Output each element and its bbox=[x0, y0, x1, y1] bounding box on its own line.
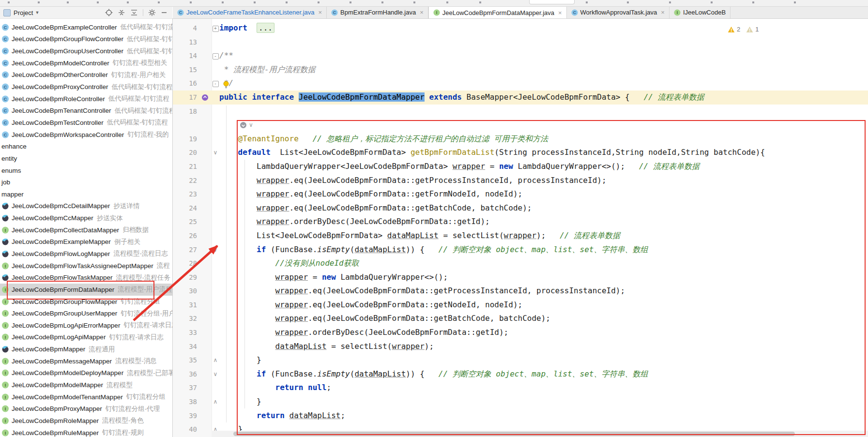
code-text[interactable]: /** bbox=[219, 49, 868, 63]
fold-marker[interactable] bbox=[212, 298, 219, 312]
tree-item[interactable]: IJeeLowCodeBpmFlowTaskAssigneeDeptMapper… bbox=[0, 260, 172, 272]
code-line[interactable]: 29 wrapper = new LambdaQueryWrapper<>(); bbox=[173, 271, 868, 285]
code-text[interactable] bbox=[219, 105, 868, 119]
tab-close-icon[interactable]: × bbox=[319, 9, 322, 16]
code-text[interactable]: } bbox=[219, 395, 868, 409]
tree-item[interactable]: JeeLowCodeBpmFlowLogMapper流程模型-流程日志 bbox=[0, 248, 172, 260]
tree-item[interactable]: entity bbox=[0, 152, 172, 165]
settings-gear-icon[interactable] bbox=[148, 9, 156, 16]
tree-item[interactable]: IJeeLowCodeBpmGroupFlowMapper钉钉流程分组 bbox=[0, 296, 172, 308]
weak-warnings-indicator[interactable]: 1 bbox=[746, 26, 759, 33]
tree-item[interactable]: mapper bbox=[0, 188, 172, 200]
code-text[interactable]: wrapper = new LambdaQueryWrapper<>(); bbox=[219, 271, 868, 285]
expand-all-icon[interactable] bbox=[118, 9, 125, 16]
tree-item[interactable]: IJeeLowCodeBpmMessageMapper流程模型-消息 bbox=[0, 355, 172, 367]
code-text[interactable]: } bbox=[219, 353, 868, 367]
code-line[interactable]: 23 wrapper.eq(JeeLowCodeBpmFormData::get… bbox=[173, 187, 868, 201]
code-text[interactable]: ∨ bbox=[219, 118, 868, 132]
fold-marker[interactable] bbox=[212, 340, 219, 354]
fold-marker[interactable] bbox=[212, 381, 219, 395]
fold-marker[interactable] bbox=[212, 326, 219, 340]
editor-tab[interactable]: CBpmExtraFormHandle.java× bbox=[327, 6, 428, 18]
code-line[interactable]: 28 //没有则从nodeId获取 bbox=[173, 256, 868, 271]
tree-item[interactable]: IJeeLowCodeBpmModelMapper流程模型 bbox=[0, 379, 172, 391]
collapse-all-icon[interactable] bbox=[130, 9, 138, 16]
tree-item-selected[interactable]: IJeeLowCodeBpmFormDataMapper流程模型-用户流程数据 bbox=[0, 284, 172, 296]
fold-marker[interactable]: ∧ bbox=[212, 353, 219, 367]
fold-marker[interactable] bbox=[212, 229, 219, 243]
tree-item[interactable]: CJeeLowCodeBpmExampleController低代码框架-钉钉流… bbox=[0, 21, 172, 33]
tree-item[interactable]: CJeeLowCodeBpmOtherController钉钉流程-用户相关 bbox=[0, 69, 172, 81]
tree-item[interactable]: CJeeLowCodeBpmGroupFlowController低代码框架-钉… bbox=[0, 33, 172, 45]
tree-item[interactable]: CJeeLowCodeBpmTestController低代码框架-钉钉流程 bbox=[0, 117, 172, 129]
fold-marker[interactable]: ∨ bbox=[212, 367, 219, 381]
code-text[interactable]: wrapper.eq(JeeLowCodeBpmFormData::getFor… bbox=[219, 187, 868, 201]
fold-marker[interactable] bbox=[212, 409, 219, 423]
code-line[interactable]: 22 wrapper.eq(JeeLowCodeBpmFormData::get… bbox=[173, 174, 868, 188]
code-line[interactable]: 18 bbox=[173, 105, 868, 119]
fold-marker[interactable]: ∨ bbox=[212, 243, 219, 257]
tree-item[interactable]: enhance bbox=[0, 140, 172, 152]
code-line[interactable]: 31 wrapper.eq(JeeLowCodeBpmFormData::get… bbox=[173, 298, 868, 312]
fold-marker[interactable] bbox=[212, 271, 219, 285]
code-text[interactable]: */ bbox=[219, 76, 868, 90]
mybatis-nav-icon[interactable] bbox=[201, 94, 209, 101]
code-line[interactable]: 37 return null; bbox=[173, 381, 868, 395]
fold-marker[interactable]: + bbox=[212, 21, 219, 35]
tree-item[interactable]: IJeeLowCodeBpmProxyMapper钉钉流程分组-代理 bbox=[0, 403, 172, 415]
code-text[interactable]: wrapper.eq(JeeLowCodeBpmFormData::getBat… bbox=[219, 312, 868, 326]
warnings-indicator[interactable]: 2 bbox=[728, 26, 740, 33]
code-text[interactable]: wrapper.eq(JeeLowCodeBpmFormData::getBat… bbox=[219, 201, 868, 215]
locate-file-icon[interactable] bbox=[105, 9, 113, 16]
tree-item[interactable]: CJeeLowCodeBpmRoleController低代码框架-钉钉流程 bbox=[0, 93, 172, 105]
editor-tab[interactable]: CJeeLowCodeFrameTaskEnhanceListener.java… bbox=[173, 6, 327, 18]
code-line[interactable]: 34 dataMapList = selectList(wrapper); bbox=[173, 340, 868, 354]
code-line[interactable]: 26 List<JeeLowCodeBpmFormData> dataMapLi… bbox=[173, 229, 868, 243]
fold-marker[interactable] bbox=[212, 132, 219, 146]
code-text[interactable]: @TenantIgnore // 忽略租户，标记指定方法不进行租户的自动过滤 可… bbox=[219, 132, 868, 146]
code-line[interactable]: 4+import ... bbox=[173, 21, 868, 35]
code-text[interactable]: wrapper.eq(JeeLowCodeBpmFormData::getPro… bbox=[219, 284, 868, 298]
tree-item[interactable]: IJeeLowCodeBpmCollectDataMapper归档数据 bbox=[0, 224, 172, 236]
code-text[interactable]: LambdaQueryWrapper<JeeLowCodeBpmFormData… bbox=[219, 160, 868, 174]
code-editor[interactable]: 4+import ...1314-/**15 * 流程模型-用户流程数据16- … bbox=[172, 18, 868, 437]
fold-marker[interactable]: - bbox=[212, 76, 219, 90]
tree-item[interactable]: JeeLowCodeBpmCcDetailMapper抄送详情 bbox=[0, 200, 172, 212]
tree-item[interactable]: IJeeLowCodeBpmLogApiErrorMapper钉钉流程-请求日志 bbox=[0, 319, 172, 332]
editor-tab[interactable]: CWorkflowApprovalTask.java× bbox=[567, 6, 670, 18]
mybatis-statement-icons[interactable]: ∨ bbox=[240, 118, 253, 132]
tree-item[interactable]: CJeeLowCodeBpmGroupUserController低代码框架-钉… bbox=[0, 45, 172, 57]
fold-marker[interactable] bbox=[212, 63, 219, 77]
fold-marker[interactable] bbox=[212, 215, 219, 229]
tree-item[interactable]: IJeeLowCodeBpmRoleMapper流程模型-角色 bbox=[0, 415, 172, 427]
code-line[interactable]: 13 bbox=[173, 35, 868, 49]
code-line[interactable]: 24 wrapper.eq(JeeLowCodeBpmFormData::get… bbox=[173, 201, 868, 215]
code-line[interactable]: 35∧ } bbox=[173, 353, 868, 367]
code-line[interactable]: 21 LambdaQueryWrapper<JeeLowCodeBpmFormD… bbox=[173, 160, 868, 174]
code-text[interactable]: List<JeeLowCodeBpmFormData> dataMapList … bbox=[219, 229, 868, 243]
tree-item[interactable]: IJeeLowCodeBpmLogApiMapper钉钉流程-请求日志 bbox=[0, 332, 172, 344]
code-text[interactable]: wrapper.eq(JeeLowCodeBpmFormData::getPro… bbox=[219, 174, 868, 188]
inspection-widget[interactable]: 2 1 bbox=[728, 26, 759, 33]
tree-item[interactable]: JeeLowCodeBpmFlowTaskMapper流程模型-流程任务 bbox=[0, 271, 172, 284]
fold-marker[interactable] bbox=[212, 90, 219, 105]
code-line[interactable]: 33 wrapper.orderByDesc(JeeLowCodeBpmForm… bbox=[173, 326, 868, 340]
code-text[interactable]: return null; bbox=[219, 381, 868, 395]
tree-item[interactable]: IJeeLowCodeBpmModelTenantMapper钉钉流程分组 bbox=[0, 391, 172, 403]
code-line[interactable]: 32 wrapper.eq(JeeLowCodeBpmFormData::get… bbox=[173, 312, 868, 326]
code-line[interactable]: 27∨ if (FuncBase.isEmpty(dataMapList)) {… bbox=[173, 243, 868, 257]
code-text[interactable]: //没有则从nodeId获取 bbox=[219, 256, 868, 271]
fold-marker[interactable] bbox=[212, 284, 219, 298]
editor-tab[interactable]: IIJeeLowCodeB bbox=[670, 6, 731, 18]
code-line[interactable]: 16- */ bbox=[173, 76, 868, 90]
code-text[interactable]: * 流程模型-用户流程数据 bbox=[219, 63, 868, 77]
code-text[interactable]: dataMapList = selectList(wrapper); bbox=[219, 340, 868, 354]
code-text[interactable]: if (FuncBase.isEmpty(dataMapList)) { // … bbox=[219, 243, 868, 257]
project-panel-title[interactable]: Project bbox=[14, 9, 33, 16]
code-line[interactable]: 17public interface JeeLowCodeBpmFormData… bbox=[173, 90, 868, 105]
tree-item[interactable]: job bbox=[0, 176, 172, 188]
code-line[interactable]: 20∨ default List<JeeLowCodeBpmFormData> … bbox=[173, 146, 868, 160]
code-text[interactable]: wrapper.eq(JeeLowCodeBpmFormData::getNod… bbox=[219, 298, 868, 312]
code-text[interactable]: default List<JeeLowCodeBpmFormData> getB… bbox=[219, 146, 868, 160]
fold-marker[interactable]: ∧ bbox=[212, 395, 219, 409]
